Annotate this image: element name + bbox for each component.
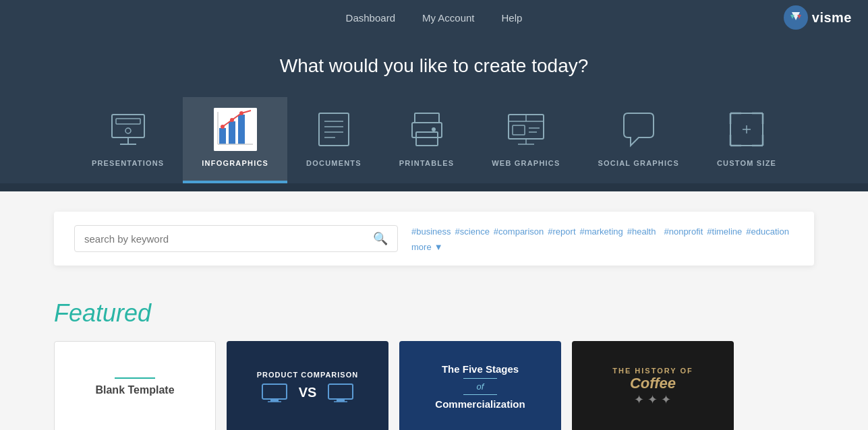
- svg-rect-4: [112, 115, 144, 137]
- logo-area: visme: [784, 5, 852, 30]
- cat-social-graphics[interactable]: SOCIAL GRAPHICS: [579, 97, 697, 183]
- nav-help[interactable]: Help: [502, 12, 523, 24]
- svg-rect-23: [415, 113, 439, 123]
- cat-custom-size[interactable]: CUSTOM SIZE: [698, 97, 795, 183]
- web-graphics-icon: [504, 108, 548, 151]
- featured-section: Featured Blank Template PRODUCT COMPARIS…: [0, 286, 868, 430]
- hero-section: What would you like to create today? PRE…: [0, 35, 868, 183]
- tag-timeline[interactable]: #timeline: [707, 226, 742, 237]
- svg-rect-18: [319, 113, 349, 146]
- logo-text: visme: [812, 10, 852, 26]
- svg-point-15: [239, 111, 243, 115]
- cat-documents[interactable]: DOCUMENTS: [287, 97, 380, 183]
- cat-web-graphics-label: WEB GRAPHICS: [492, 159, 560, 167]
- five-stages-divider: [463, 378, 497, 379]
- hero-bottom-bar: [0, 183, 868, 191]
- cat-printables[interactable]: PRINTABLES: [380, 97, 473, 183]
- tag-health[interactable]: #health: [627, 226, 656, 237]
- svg-rect-10: [219, 128, 226, 144]
- svg-rect-12: [238, 115, 245, 144]
- product-comparison-title: PRODUCT COMPARISON: [257, 371, 358, 379]
- svg-rect-50: [328, 384, 353, 399]
- product-comparison-icons: VS: [261, 383, 355, 403]
- monitor-right-icon: [327, 383, 354, 403]
- cat-web-graphics[interactable]: WEB GRAPHICS: [473, 97, 579, 183]
- featured-card-blank[interactable]: Blank Template: [54, 341, 216, 430]
- vs-label: VS: [299, 385, 317, 400]
- infographics-icon: [214, 108, 257, 151]
- five-stages-subtitle: Commercialization: [435, 398, 525, 411]
- cat-custom-size-label: CUSTOM SIZE: [717, 159, 776, 167]
- svg-rect-25: [416, 132, 438, 146]
- more-tags-button[interactable]: more ▼: [411, 242, 443, 252]
- tag-business[interactable]: #business: [411, 226, 451, 237]
- nav-my-account[interactable]: My Account: [422, 12, 475, 24]
- cat-presentations[interactable]: PRESENTATIONS: [73, 97, 183, 183]
- chevron-down-icon: ▼: [434, 242, 443, 252]
- tag-nonprofit[interactable]: #nonprofit: [664, 226, 703, 237]
- coffee-accent-icon: ✦ ✦ ✦: [634, 392, 671, 407]
- search-input-wrap[interactable]: 🔍: [74, 225, 398, 252]
- five-stages-divider2: [463, 394, 497, 395]
- visme-logo-icon: [784, 5, 808, 30]
- tag-education[interactable]: #education: [746, 226, 789, 237]
- svg-rect-5: [116, 119, 140, 124]
- svg-point-6: [125, 128, 131, 133]
- navbar: Dashboard My Account Help visme: [0, 0, 868, 35]
- cat-infographics[interactable]: INFOGRAPHICS: [183, 97, 287, 183]
- coffee-word: Coffee: [630, 375, 676, 392]
- svg-point-14: [230, 118, 234, 122]
- featured-grid: Blank Template PRODUCT COMPARISON VS: [54, 341, 814, 430]
- svg-point-13: [221, 125, 225, 129]
- nav-links: Dashboard My Account Help: [16, 12, 852, 24]
- tags-area: #business #science #comparison #report #…: [411, 226, 794, 252]
- blank-card-accent: [115, 377, 155, 379]
- search-container: 🔍 #business #science #comparison #report…: [54, 212, 814, 266]
- five-stages-of: of: [477, 381, 484, 392]
- cat-social-graphics-label: SOCIAL GRAPHICS: [598, 159, 678, 167]
- tag-report[interactable]: #report: [548, 226, 575, 237]
- documents-icon: [312, 108, 355, 151]
- tag-comparison[interactable]: #comparison: [494, 226, 544, 237]
- search-icon: 🔍: [373, 231, 388, 246]
- printables-icon: [405, 108, 449, 151]
- tag-marketing[interactable]: #marketing: [580, 226, 623, 237]
- presentations-icon: [107, 108, 150, 151]
- monitor-left-icon: [261, 383, 288, 403]
- history-of-label: THE HISTORY OF: [612, 367, 693, 375]
- featured-card-history-coffee[interactable]: THE HISTORY OF Coffee ✦ ✦ ✦: [572, 341, 734, 430]
- svg-point-26: [432, 127, 436, 131]
- cat-printables-label: PRINTABLES: [399, 159, 454, 167]
- blank-card-title: Blank Template: [95, 384, 174, 396]
- cat-documents-label: DOCUMENTS: [306, 159, 361, 167]
- hero-title: What would you like to create today?: [0, 55, 868, 77]
- search-input[interactable]: [84, 233, 366, 245]
- svg-rect-47: [262, 384, 287, 399]
- custom-size-icon: [725, 108, 768, 151]
- nav-dashboard[interactable]: Dashboard: [346, 12, 395, 24]
- social-graphics-icon: [617, 108, 660, 151]
- search-section: 🔍 #business #science #comparison #report…: [0, 191, 868, 286]
- svg-rect-11: [229, 121, 235, 144]
- tag-science[interactable]: #science: [455, 226, 490, 237]
- category-tabs: PRESENTATIONS INFOGRAPHICS: [0, 97, 868, 183]
- featured-title: Featured: [54, 299, 814, 328]
- svg-rect-30: [513, 125, 525, 135]
- cat-presentations-label: PRESENTATIONS: [92, 159, 164, 167]
- featured-card-five-stages[interactable]: The Five Stages of Commercialization: [399, 341, 561, 430]
- featured-card-product-comparison[interactable]: PRODUCT COMPARISON VS: [227, 341, 388, 430]
- cat-infographics-label: INFOGRAPHICS: [202, 159, 268, 167]
- five-stages-title: The Five Stages: [442, 363, 519, 376]
